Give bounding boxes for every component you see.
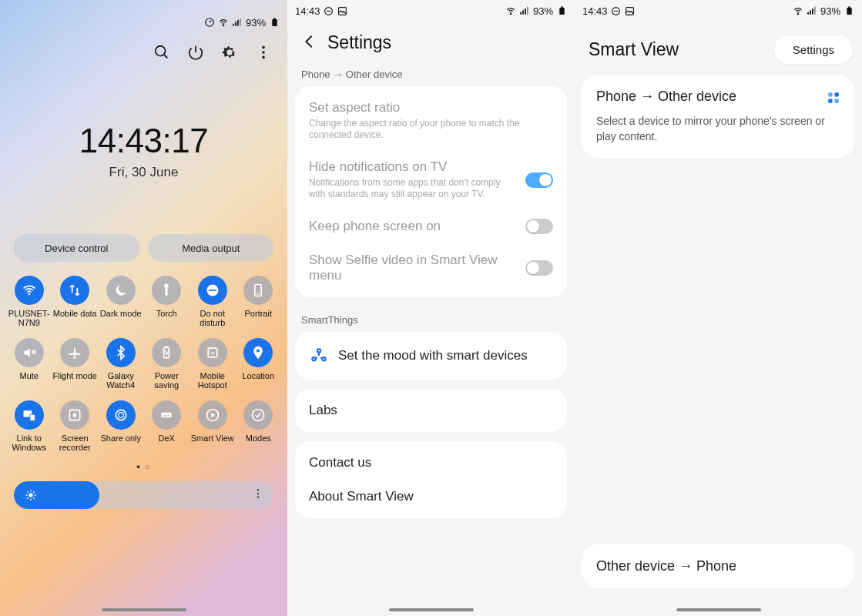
tile-label: Flight mode (53, 371, 97, 393)
row-title: Set aspect ratio (309, 100, 553, 116)
quick-tile-rec[interactable]: Screen recorder (52, 400, 99, 455)
quick-tile-torch[interactable]: Torch (144, 276, 190, 330)
svg-point-10 (262, 51, 265, 54)
tile-label: Screen recorder (52, 434, 97, 455)
quick-tile-hotspot[interactable]: Mobile Hotspot (190, 338, 236, 393)
svg-rect-20 (166, 346, 168, 348)
svg-point-27 (73, 413, 77, 417)
quick-tile-dnd[interactable]: Do not disturb (190, 276, 236, 330)
row-sub: Notifications from some apps that don't … (309, 177, 516, 200)
clock-date: Fri, 30 June (0, 165, 287, 180)
device-to-phone-card[interactable]: Other device → Phone (582, 544, 854, 588)
signal-icon (807, 5, 817, 16)
mute-icon (15, 338, 44, 367)
settings-group-1: Set aspect ratioChange the aspect ratio … (295, 86, 567, 297)
nav-handle[interactable] (389, 608, 474, 611)
portrait-icon (243, 276, 273, 305)
signal-icon (519, 5, 530, 16)
moon-icon (106, 276, 136, 305)
svg-point-28 (116, 410, 126, 420)
svg-point-40 (510, 14, 511, 15)
quick-tile-moon[interactable]: Dark mode (98, 276, 144, 330)
wifi-icon (218, 17, 229, 28)
phone-to-device-card[interactable]: Phone → Other device Select a device to … (582, 75, 854, 158)
header: Smart View Settings (575, 22, 862, 75)
back-button[interactable] (301, 33, 318, 53)
nav-handle[interactable] (102, 608, 186, 611)
tile-label: Share only (100, 434, 141, 455)
hide-notifications-toggle[interactable] (525, 172, 553, 188)
gear-icon[interactable] (221, 44, 238, 61)
quick-tile-dex[interactable]: DeXDeX (144, 400, 190, 455)
card-sub: Select a device to mirror your phone's s… (596, 114, 840, 144)
quick-tile-share[interactable]: Share only (98, 400, 144, 455)
svg-point-23 (257, 349, 260, 352)
quick-tile-wifi[interactable]: PLUSNET-N7N9 (6, 276, 52, 330)
device-control-button[interactable]: Device control (14, 234, 139, 262)
row-title: Contact us (309, 455, 371, 470)
clock-block: 14:43:17 Fri, 30 June (0, 122, 287, 180)
selfie-toggle[interactable] (525, 260, 553, 276)
nav-handle[interactable] (676, 608, 761, 611)
pill-row: Device control Media output (0, 234, 287, 262)
quick-tile-updown[interactable]: Mobile data (52, 276, 99, 330)
smartthings-row[interactable]: Set the mood with smart devices (295, 336, 567, 375)
svg-point-33 (253, 410, 264, 421)
svg-rect-25 (30, 414, 35, 420)
settings-chip[interactable]: Settings (774, 35, 853, 64)
image-status-icon (337, 5, 348, 16)
quick-tile-mute[interactable]: Mute (6, 338, 52, 393)
quick-tile-battery[interactable]: Power saving (144, 338, 190, 393)
quick-tile-plane[interactable]: Flight mode (52, 338, 99, 393)
power-icon[interactable] (187, 44, 204, 61)
svg-rect-58 (848, 7, 850, 8)
tile-label: Link to Windows (7, 434, 52, 455)
svg-rect-14 (166, 288, 168, 296)
battery-text: 93% (820, 5, 840, 17)
brightness-slider[interactable] (14, 481, 273, 509)
about-row[interactable]: About Smart View (295, 480, 567, 514)
search-icon[interactable] (153, 44, 170, 61)
labs-row[interactable]: Labs (295, 393, 567, 427)
sun-icon (25, 489, 37, 501)
smartthings-icon (309, 346, 329, 366)
quick-tile-link[interactable]: Link to Windows (6, 400, 52, 455)
svg-rect-41 (520, 12, 522, 15)
row-title: About Smart View (309, 489, 414, 504)
page-title: Smart View (589, 39, 766, 60)
pin-icon (243, 338, 273, 367)
status-bar: 93% (0, 0, 287, 29)
brightness-more-icon[interactable] (252, 487, 264, 503)
svg-rect-13 (165, 284, 169, 288)
battery-text: 93% (533, 5, 553, 17)
media-output-button[interactable]: Media output (149, 234, 274, 262)
svg-rect-57 (847, 8, 851, 15)
selfie-row[interactable]: Show Selfie video in Smart View menu (295, 243, 567, 293)
battery-icon (556, 5, 567, 16)
aspect-ratio-row[interactable]: Set aspect ratioChange the aspect ratio … (295, 91, 567, 150)
quick-tile-pin[interactable]: Location (236, 338, 282, 393)
contact-row[interactable]: Contact us (295, 446, 567, 480)
plane-icon (60, 338, 89, 367)
quick-tile-modes[interactable]: Modes (236, 400, 282, 455)
quick-tile-cast[interactable]: Smart View (190, 400, 236, 455)
quick-tile-portrait[interactable]: Portrait (236, 276, 282, 330)
status-bar: 14:43 93% (575, 0, 862, 22)
keep-screen-row[interactable]: Keep phone screen on (295, 209, 567, 243)
svg-point-11 (262, 56, 265, 59)
settings-screen: 14:43 93% Settings Phone → Other device … (287, 0, 575, 616)
more-icon[interactable] (255, 44, 272, 61)
tile-label: PLUSNET-N7N9 (7, 309, 52, 330)
hide-notifications-row[interactable]: Hide notifications on TVNotifications fr… (295, 150, 567, 209)
row-title: Show Selfie video in Smart View menu (309, 253, 516, 283)
keep-screen-toggle[interactable] (525, 219, 553, 234)
svg-rect-2 (233, 24, 234, 26)
svg-rect-54 (810, 10, 811, 14)
status-time: 14:43 (295, 5, 320, 17)
svg-rect-4 (237, 20, 239, 26)
svg-rect-42 (522, 10, 524, 14)
card-title: Other device → Phone (596, 558, 736, 574)
quick-tile-bt[interactable]: Galaxy Watch4 (98, 338, 144, 393)
svg-point-48 (312, 357, 315, 360)
svg-point-37 (257, 496, 260, 498)
